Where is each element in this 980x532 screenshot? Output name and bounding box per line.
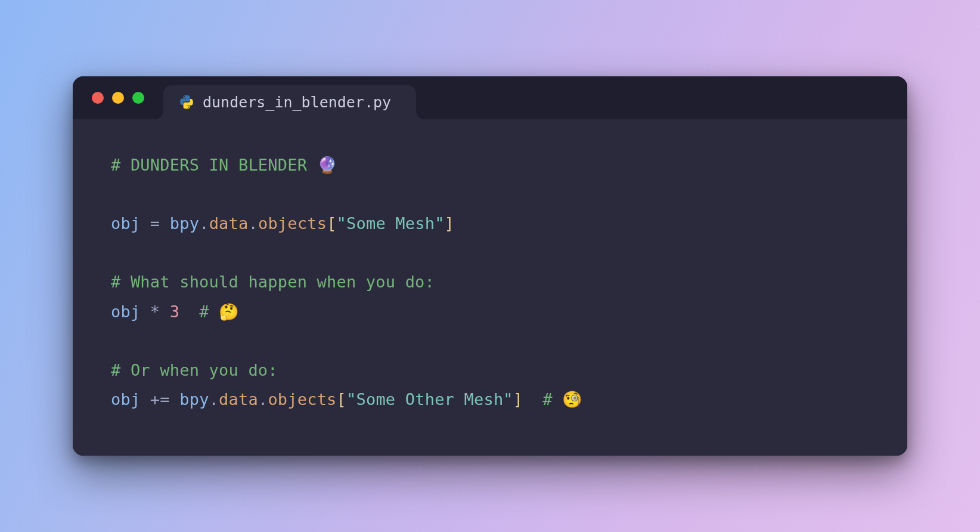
code-token: # 🧐 — [542, 390, 582, 409]
code-token — [140, 390, 150, 409]
code-token: objects — [258, 214, 327, 233]
titlebar: dunders_in_blender.py — [73, 76, 907, 119]
code-token: # Or when you do: — [111, 361, 278, 379]
code-token: . — [209, 390, 219, 409]
close-icon[interactable] — [92, 92, 104, 104]
code-token — [523, 390, 542, 409]
code-line: # Or when you do: — [111, 355, 869, 385]
code-token — [140, 214, 150, 233]
code-token — [140, 302, 150, 321]
code-line — [111, 326, 869, 355]
code-token: obj — [111, 390, 140, 409]
code-editor[interactable]: # DUNDERS IN BLENDER 🔮 obj = bpy.data.ob… — [73, 119, 907, 456]
code-token — [160, 214, 169, 233]
python-icon — [179, 94, 194, 110]
code-token: = — [150, 214, 160, 233]
tab-filename: dunders_in_blender.py — [203, 94, 391, 111]
code-line: # DUNDERS IN BLENDER 🔮 — [111, 150, 869, 180]
code-line: obj += bpy.data.objects["Some Other Mesh… — [111, 385, 869, 414]
code-token: . — [199, 214, 209, 233]
code-token — [170, 390, 179, 409]
editor-window: dunders_in_blender.py # DUNDERS IN BLEND… — [73, 76, 907, 456]
code-token: # DUNDERS IN BLENDER 🔮 — [111, 156, 337, 174]
code-token: objects — [268, 390, 336, 409]
code-token: obj — [111, 302, 140, 321]
code-token: [ — [327, 214, 336, 233]
code-token: data — [209, 214, 249, 233]
tab-file[interactable]: dunders_in_blender.py — [163, 85, 416, 119]
code-token: 3 — [170, 302, 179, 321]
code-token: . — [248, 214, 258, 233]
code-line: obj = bpy.data.objects["Some Mesh"] — [111, 209, 869, 238]
code-token: bpy — [179, 390, 209, 409]
code-token: # What should happen when you do: — [111, 273, 435, 291]
code-token: * — [150, 302, 160, 321]
code-token — [179, 302, 199, 321]
window-controls — [92, 92, 144, 104]
code-token: "Some Mesh" — [337, 214, 445, 233]
code-token: "Some Other Mesh" — [346, 390, 513, 409]
code-token — [160, 302, 169, 321]
code-token: bpy — [170, 214, 199, 233]
code-line — [111, 238, 869, 267]
minimize-icon[interactable] — [112, 92, 124, 104]
code-line: # What should happen when you do: — [111, 267, 869, 296]
maximize-icon[interactable] — [132, 92, 144, 104]
code-token: [ — [337, 390, 346, 409]
code-line — [111, 180, 869, 209]
code-line: obj * 3 # 🤔 — [111, 297, 869, 326]
code-token: . — [258, 390, 268, 409]
code-token: # 🤔 — [199, 302, 239, 321]
code-token: ] — [445, 214, 454, 233]
tab-bar: dunders_in_blender.py — [163, 76, 416, 119]
code-token: data — [219, 390, 258, 409]
code-token: obj — [111, 214, 140, 233]
code-token: += — [150, 390, 170, 409]
code-token: ] — [513, 390, 523, 409]
